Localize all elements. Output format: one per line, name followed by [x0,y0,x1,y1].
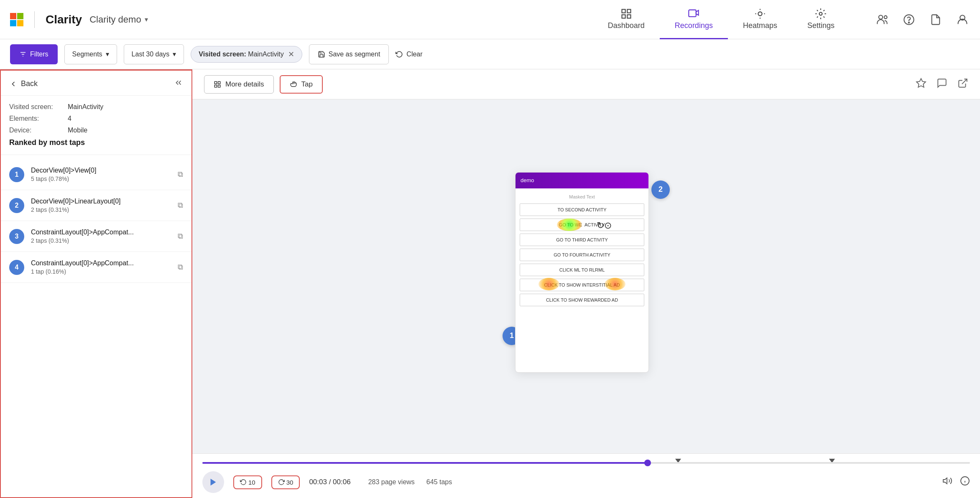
element-num-1: 1 [9,167,24,182]
play-button[interactable] [202,471,224,493]
rewind-label: 10 [248,479,255,486]
element-item-2[interactable]: 2 DecorView[0]>LinearLayout[0] 2 taps (0… [1,190,191,221]
player-controls: 10 30 00:03 / 00:06 283 page views 645 t… [202,471,970,493]
heatmap-1a [538,278,559,290]
segments-button[interactable]: Segments ▾ [64,44,117,64]
element-num-3: 3 [9,229,24,244]
visited-screen-row: Visited screen: MainActivity [9,103,183,111]
viewer-area: 2 1 3 4 demo Masked Text TO SECON [192,99,980,453]
remove-filter-icon[interactable]: ✕ [288,50,294,59]
phone-btn-6[interactable]: CLICK TO SHOW REWARDED AD [520,294,644,306]
volume-icon[interactable] [942,476,952,488]
topbar: Clarity Clarity demo ▾ Dashboard Recordi… [0,0,980,39]
element-item-4[interactable]: 4 ConstraintLayout[0]>AppCompat... 1 tap… [1,252,191,283]
clear-button[interactable]: Clear [396,44,422,64]
ms-green [17,13,23,19]
ms-red [10,13,16,19]
copy-icon-2[interactable]: ⧉ [178,201,183,210]
save-icon [318,51,325,58]
progress-thumb[interactable] [644,460,651,466]
svg-marker-22 [943,478,947,484]
element-info-4: ConstraintLayout[0]>AppCompat... 1 tap (… [31,259,171,275]
phone-btn-5-container: CLICK TO SHOW INTERSTITIAL AD [520,279,644,291]
element-info-3: ConstraintLayout[0]>AppCompat... 2 taps … [31,229,171,244]
element-item-3[interactable]: 3 ConstraintLayout[0]>AppCompat... 2 tap… [1,221,191,252]
tap-icon [290,81,297,88]
svg-marker-21 [211,479,216,486]
phone-btn-4[interactable]: CLICK ML TO RLRML [520,264,644,276]
phone-btn-0[interactable]: TO SECOND ACTIVITY [520,203,644,216]
element-list: 1 DecorView[0]>View[0] 5 taps (0.78%) ⧉ … [1,155,191,497]
element-num-2: 2 [9,198,24,213]
element-info-2: DecorView[0]>LinearLayout[0] 2 taps (0.3… [31,198,171,213]
project-name[interactable]: Clarity demo ▾ [89,14,148,25]
save-segment-button[interactable]: Save as segment [309,44,389,64]
phone-container: 2 1 3 4 demo Masked Text TO SECON [515,172,657,381]
cursor-icon: ↻⊙ [597,220,612,231]
panel-info: Visited screen: MainActivity Elements: 4… [1,96,191,155]
device-row: Device: Mobile [9,127,183,134]
ms-yellow [17,20,23,26]
back-button[interactable]: Back [9,79,38,88]
collapse-panel-button[interactable] [174,78,183,89]
date-filter-button[interactable]: Last 30 days ▾ [124,44,184,64]
svg-rect-2 [622,15,625,18]
phone-frame: demo Masked Text TO SECOND ACTIVITY GO T… [515,172,649,373]
project-chevron-icon: ▾ [145,15,148,23]
rewind-10-button[interactable]: 10 [233,475,262,489]
bookmark-icon[interactable] [916,78,926,91]
nav-dashboard[interactable]: Dashboard [593,0,660,39]
info-icon[interactable] [960,476,970,488]
filters-button[interactable]: Filters [10,44,58,64]
forward-30-button[interactable]: 30 [271,475,300,489]
nav-settings[interactable]: Settings [792,0,850,39]
elements-row: Elements: 4 [9,115,183,122]
svg-rect-17 [214,85,217,87]
play-icon [209,478,218,487]
element-item-1[interactable]: 1 DecorView[0]>View[0] 5 taps (0.78%) ⧉ [1,159,191,190]
progress-container[interactable] [202,459,970,467]
heatmap-3 [557,219,582,231]
clear-icon [396,51,403,58]
visited-screen-filter: Visited screen: MainActivity ✕ [191,46,302,63]
filterbar: Filters Segments ▾ Last 30 days ▾ Visite… [0,39,980,69]
more-details-button[interactable]: More details [204,75,274,94]
player-bar: 10 30 00:03 / 00:06 283 page views 645 t… [192,453,980,498]
svg-point-8 [884,15,887,18]
heatmaps-icon [754,8,766,20]
document-icon[interactable] [928,12,943,27]
nav-heatmaps[interactable]: Heatmaps [728,0,792,39]
phone-body: Masked Text TO SECOND ACTIVITY GO TO WE … [516,188,648,310]
ms-logo-grid [10,13,23,26]
dashboard-icon [620,8,632,20]
copy-icon-4[interactable]: ⧉ [178,263,183,272]
svg-rect-1 [627,9,630,13]
nav-separator [34,11,35,28]
tap-button[interactable]: Tap [280,75,323,94]
copy-icon-1[interactable]: ⧉ [178,170,183,179]
svg-rect-0 [622,9,625,13]
left-panel: Back Visited screen: MainActivity Elemen… [0,69,192,498]
viewer-actions-left: More details Tap [204,75,323,94]
help-icon[interactable] [901,12,916,27]
external-link-icon[interactable] [957,78,968,91]
phone-btn-1-container: GO TO WE ACTIVITY [520,219,644,231]
people-icon[interactable] [875,12,890,27]
svg-point-10 [909,22,909,23]
phone-btn-2[interactable]: GO TO THIRD ACTIVITY [520,234,644,246]
annotation-icon[interactable] [937,78,947,91]
phone-btn-3[interactable]: GO TO FOURTH ACTIVITY [520,249,644,261]
filters-icon [19,51,27,58]
nav-recordings[interactable]: Recordings [660,0,728,39]
player-right-icons [942,476,970,488]
collapse-icon [174,78,183,87]
svg-marker-19 [916,79,926,87]
taps-stat: 645 taps [426,478,452,486]
back-icon [9,80,18,88]
svg-rect-15 [214,81,217,84]
svg-rect-18 [218,85,220,87]
copy-icon-3[interactable]: ⧉ [178,232,183,241]
progress-track[interactable] [202,462,970,464]
account-icon[interactable] [955,12,970,27]
svg-rect-3 [627,15,630,18]
